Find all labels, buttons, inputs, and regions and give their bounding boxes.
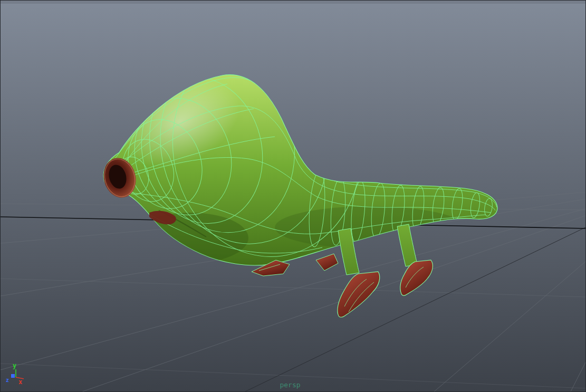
z-axis-marker <box>11 374 15 378</box>
maya-perspective-viewport[interactable]: y x z persp <box>0 0 586 392</box>
x-axis-label: x <box>18 378 22 386</box>
viewport-canvas[interactable]: y x z persp <box>1 1 586 392</box>
z-axis-label: z <box>6 377 9 383</box>
y-axis-label: y <box>13 362 16 369</box>
viewport-top-edge <box>1 1 586 4</box>
camera-label[interactable]: persp <box>280 381 300 389</box>
